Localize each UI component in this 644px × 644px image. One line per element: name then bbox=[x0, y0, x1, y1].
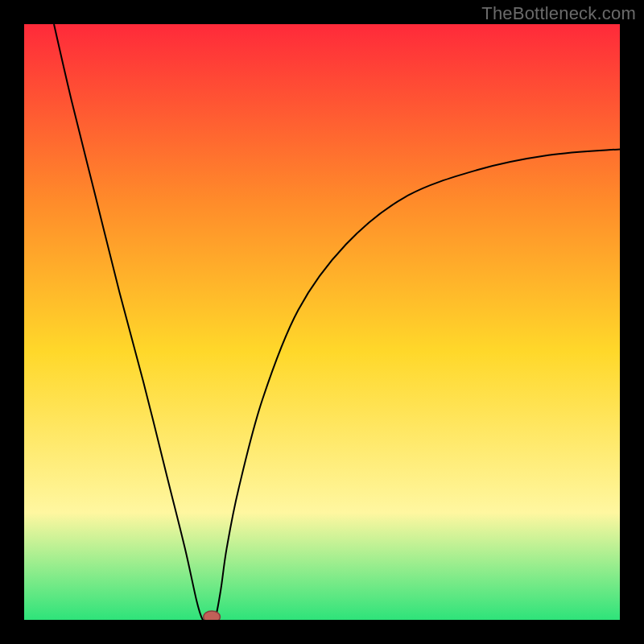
gradient-background bbox=[24, 24, 620, 620]
optimal-marker bbox=[204, 611, 221, 620]
watermark-text: TheBottleneck.com bbox=[481, 3, 636, 24]
plot-area bbox=[24, 24, 620, 620]
chart-frame: TheBottleneck.com bbox=[0, 0, 644, 644]
chart-svg bbox=[24, 24, 620, 620]
